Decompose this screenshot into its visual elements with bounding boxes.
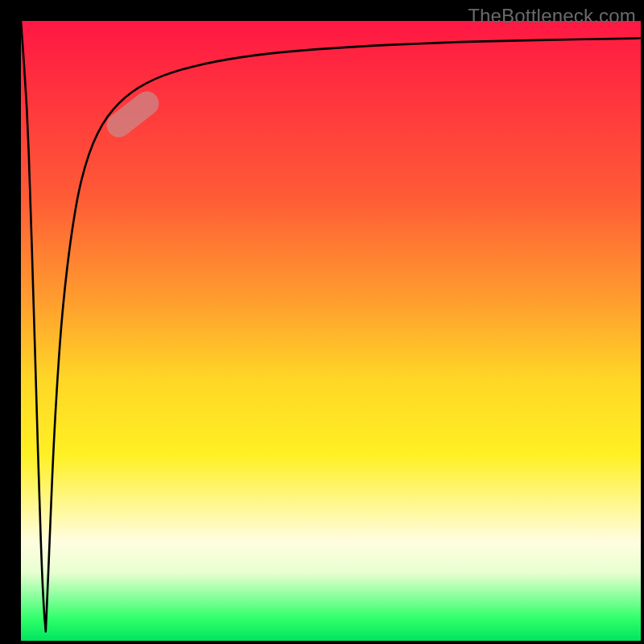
watermark-text: TheBottleneck.com (468, 5, 636, 27)
chart-stage: TheBottleneck.com (0, 0, 644, 644)
highlight-marker (101, 86, 163, 142)
plot-area (21, 21, 641, 641)
